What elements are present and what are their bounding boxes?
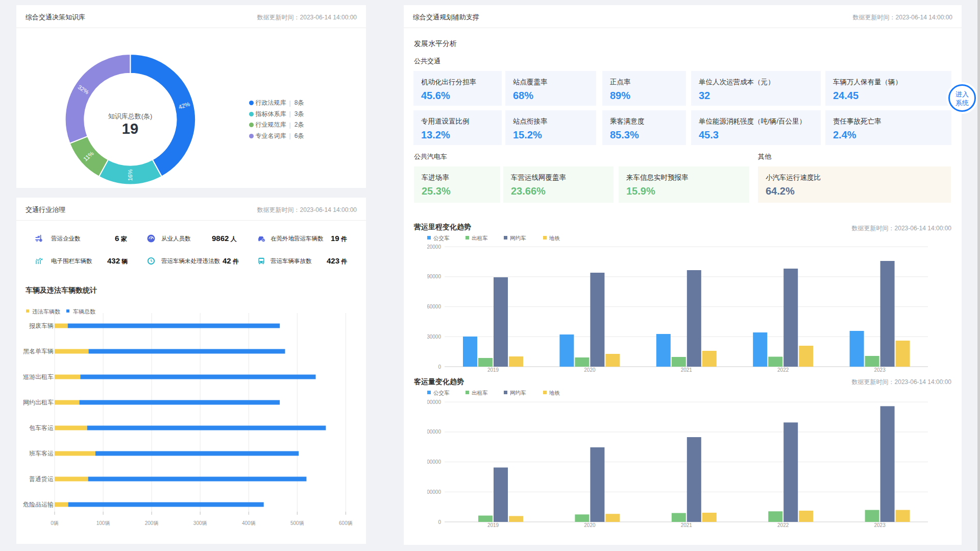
svg-text:网约出租车: 网约出租车 xyxy=(23,399,54,406)
svg-text:2020: 2020 xyxy=(584,367,596,373)
svg-text:黑名单车辆: 黑名单车辆 xyxy=(23,348,54,355)
svg-text:200000: 200000 xyxy=(424,459,442,465)
svg-text:120000: 120000 xyxy=(424,244,442,250)
svg-text:400000: 400000 xyxy=(424,399,442,405)
svg-text:100000: 100000 xyxy=(424,489,442,495)
svg-text:600辆: 600辆 xyxy=(339,520,353,526)
svg-text:危险品运输: 危险品运输 xyxy=(22,501,54,508)
svg-text:2021: 2021 xyxy=(681,367,693,373)
svg-text:16%: 16% xyxy=(127,169,133,181)
svg-text:2021: 2021 xyxy=(681,522,693,528)
svg-text:2019: 2019 xyxy=(487,522,499,528)
svg-text:300辆: 300辆 xyxy=(193,520,207,526)
svg-text:班车客运: 班车客运 xyxy=(29,450,54,457)
svg-text:100辆: 100辆 xyxy=(96,520,110,526)
svg-text:30000: 30000 xyxy=(427,334,441,340)
svg-text:300000: 300000 xyxy=(424,429,442,435)
svg-text:60000: 60000 xyxy=(427,304,441,309)
svg-text:0: 0 xyxy=(438,519,441,525)
svg-text:0辆: 0辆 xyxy=(51,520,59,526)
svg-text:包车客运: 包车客运 xyxy=(29,424,54,432)
svg-text:2022: 2022 xyxy=(777,367,789,373)
svg-text:400辆: 400辆 xyxy=(242,520,256,526)
svg-text:普通货运: 普通货运 xyxy=(29,475,54,483)
svg-text:2022: 2022 xyxy=(777,522,789,528)
svg-text:报废车辆: 报废车辆 xyxy=(29,322,54,329)
svg-text:200辆: 200辆 xyxy=(145,520,159,526)
svg-text:巡游出租车: 巡游出租车 xyxy=(23,373,54,380)
svg-text:0: 0 xyxy=(438,364,441,370)
svg-text:90000: 90000 xyxy=(427,274,441,279)
svg-text:2023: 2023 xyxy=(874,367,886,373)
svg-text:2019: 2019 xyxy=(487,367,499,373)
svg-text:500辆: 500辆 xyxy=(290,520,304,526)
svg-text:2020: 2020 xyxy=(584,522,596,528)
svg-text:2023: 2023 xyxy=(874,522,886,528)
